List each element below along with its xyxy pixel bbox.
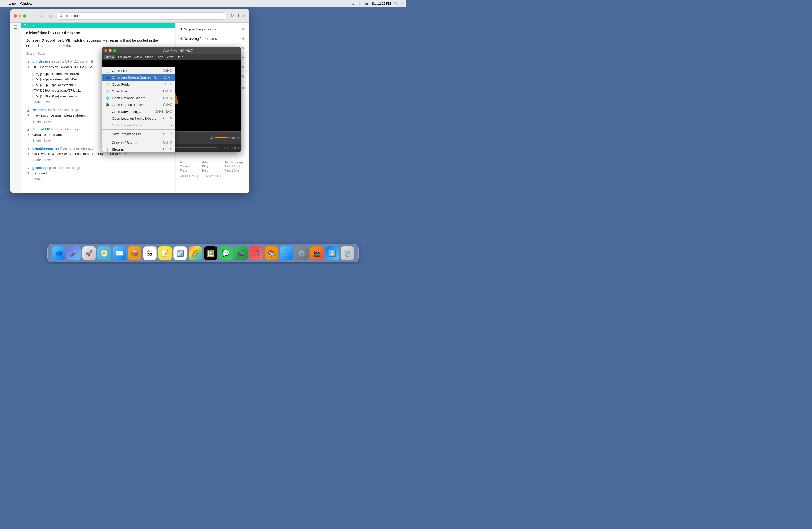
- dock-launchpad[interactable]: 🚀: [82, 247, 96, 260]
- hamburger-icon[interactable]: ☰: [14, 25, 17, 30]
- downvote-button[interactable]: ▼: [27, 113, 30, 117]
- upvote-button[interactable]: ▲: [27, 166, 30, 170]
- comment-save[interactable]: Save: [43, 100, 50, 104]
- dock-notes[interactable]: 📝: [158, 247, 172, 260]
- dock-reminders[interactable]: ☑️: [173, 247, 187, 260]
- downvote-button[interactable]: ▼: [27, 171, 30, 175]
- save-playlist-item[interactable]: Save Playlist to File... Ctrl+Y: [102, 130, 175, 137]
- vlc-tools-menu[interactable]: Tools: [156, 55, 164, 59]
- vlc-help-menu[interactable]: Help: [176, 55, 183, 59]
- share-link[interactable]: Share: [26, 52, 34, 56]
- dock-facetime[interactable]: 📹: [234, 247, 248, 260]
- dock-appstore[interactable]: 🛒: [280, 247, 293, 260]
- footer-link[interactable]: About: [180, 161, 200, 164]
- downvote-button[interactable]: ▼: [27, 151, 30, 156]
- open-clipboard-item[interactable]: Open Location from clipboard Ctrl+V: [102, 115, 175, 122]
- dock-finder[interactable]: 🔵: [52, 247, 66, 260]
- reload-button[interactable]: ↻: [231, 13, 234, 18]
- menubar-screencast-icon[interactable]: 📺: [365, 2, 368, 5]
- vlc-audio-menu[interactable]: Audio: [134, 55, 142, 59]
- close-button[interactable]: [14, 14, 17, 17]
- footer-link[interactable]: Help: [202, 169, 222, 172]
- dock-siri[interactable]: 🎤: [67, 247, 81, 260]
- dock-vlc[interactable]: 🎬: [310, 247, 324, 260]
- vlc-close-button[interactable]: [104, 49, 107, 52]
- menubar-app-name[interactable]: wine: [9, 2, 16, 5]
- mod-mail-icon[interactable]: ✉: [242, 86, 245, 89]
- share-button[interactable]: ⬆: [236, 13, 240, 19]
- dock-photos-colorful[interactable]: 🌈: [189, 247, 202, 260]
- comment-username[interactable]: SophiaLT16: [32, 128, 50, 131]
- volume-slider[interactable]: [215, 137, 231, 138]
- comment-share[interactable]: Share: [32, 100, 41, 104]
- footer-link[interactable]: Advertise: [202, 161, 222, 164]
- vlc-video-menu[interactable]: Video: [145, 55, 153, 59]
- dock-mail[interactable]: ✉️: [113, 247, 126, 260]
- downvote-button[interactable]: ▼: [27, 132, 30, 136]
- open-folder-item[interactable]: 📁 Open Folder... Ctrl+F: [102, 81, 175, 88]
- rule-entry[interactable]: 3. No poaching streams ∨: [176, 25, 249, 34]
- comment-share[interactable]: Share: [32, 139, 41, 143]
- rule-entry[interactable]: 4. No asking for streams ∨: [176, 34, 249, 43]
- url-bar[interactable]: 🔒 reddit.com: [56, 12, 227, 20]
- minimize-button[interactable]: [18, 14, 21, 17]
- privacy-policy-link[interactable]: Privacy Policy: [204, 174, 221, 177]
- convert-save-item[interactable]: Convert / Save... Ctrl+R: [102, 139, 175, 146]
- open-network-item[interactable]: 🌐 Open Network Stream... Ctrl+N: [102, 94, 175, 101]
- downvote-button[interactable]: ▼: [27, 64, 30, 69]
- dock-photos[interactable]: 🖼️: [204, 247, 217, 260]
- upvote-button[interactable]: ▲: [27, 147, 30, 151]
- back-button[interactable]: ‹: [31, 13, 37, 19]
- vlc-playback-menu[interactable]: Playback: [118, 55, 131, 59]
- dock-calendar[interactable]: JUN 23: [143, 247, 157, 260]
- comment-share[interactable]: Share: [32, 120, 41, 123]
- menubar-wifi-icon[interactable]: ⊙: [352, 2, 354, 5]
- upvote-button[interactable]: ▲: [27, 108, 30, 112]
- dock-downloads[interactable]: ⬇️: [325, 247, 339, 260]
- stream-item[interactable]: 📡 Stream... Ctrl+S: [102, 146, 175, 152]
- new-tab-button[interactable]: ＋: [242, 13, 246, 19]
- open-file-item[interactable]: 📄 Open File... Ctrl+O: [102, 67, 175, 74]
- dock-books[interactable]: 📚: [264, 247, 278, 260]
- sidebar-toggle-button[interactable]: ⊟: [47, 13, 54, 19]
- menubar-window[interactable]: Window: [20, 2, 32, 5]
- comment-username[interactable]: zelciux: [32, 108, 43, 112]
- apple-menu[interactable]: : [3, 1, 5, 6]
- vlc-view-menu[interactable]: View: [167, 55, 174, 59]
- footer-link[interactable]: Careers: [180, 165, 200, 168]
- menubar-search-icon[interactable]: 🔍: [394, 2, 398, 5]
- footer-link[interactable]: Reddit Gifts: [224, 169, 245, 172]
- save-link[interactable]: Save: [38, 52, 45, 56]
- footer-link[interactable]: The Reddit App: [224, 161, 245, 164]
- maximize-button[interactable]: [23, 14, 26, 17]
- dock-safari[interactable]: 🧭: [98, 247, 111, 260]
- comment-save[interactable]: Save: [43, 139, 50, 143]
- comment-share[interactable]: Share: [32, 177, 41, 181]
- vlc-media-menu[interactable]: Media: [104, 55, 115, 59]
- dock-music[interactable]: 🎵: [249, 247, 263, 260]
- open-acestream-item[interactable]: 📺 Open Ace Stream Content ID... Ctrl+T: [102, 74, 175, 81]
- comment-save[interactable]: Save: [43, 120, 50, 123]
- comment-save[interactable]: Save: [43, 158, 50, 162]
- upvote-button[interactable]: ▲: [27, 128, 30, 132]
- comment-username[interactable]: damnthesenames: [32, 147, 59, 150]
- forward-button[interactable]: ›: [38, 13, 45, 19]
- footer-link[interactable]: Reddit Gold: [224, 165, 245, 168]
- content-policy-link[interactable]: Content Policy: [180, 174, 199, 177]
- menubar-control-icon[interactable]: ≡: [401, 2, 403, 5]
- dock-messages[interactable]: 💬: [219, 247, 233, 260]
- open-advanced-item[interactable]: Open (advanced)... Ctrl+Shift+O: [102, 108, 175, 115]
- vlc-maximize-button[interactable]: [113, 49, 116, 52]
- dock-system-preferences[interactable]: ⚙️: [295, 247, 308, 260]
- footer-link[interactable]: Blog: [202, 165, 222, 168]
- open-capture-item[interactable]: 🎥 Open Capture Device... Ctrl+C: [102, 101, 175, 108]
- dock-trash[interactable]: 🗑️: [340, 247, 354, 260]
- comment-share[interactable]: Share: [32, 158, 41, 162]
- open-disc-item[interactable]: 💿 Open Disc... Ctrl+D: [102, 88, 175, 94]
- dock-keka[interactable]: 📦: [128, 247, 142, 260]
- comment-username[interactable]: [deleted]: [32, 166, 46, 170]
- vlc-minimize-button[interactable]: [109, 49, 112, 52]
- footer-link[interactable]: Press: [180, 169, 200, 172]
- comment-username[interactable]: buffstreams: [32, 60, 50, 63]
- upvote-button[interactable]: ▲: [27, 60, 30, 64]
